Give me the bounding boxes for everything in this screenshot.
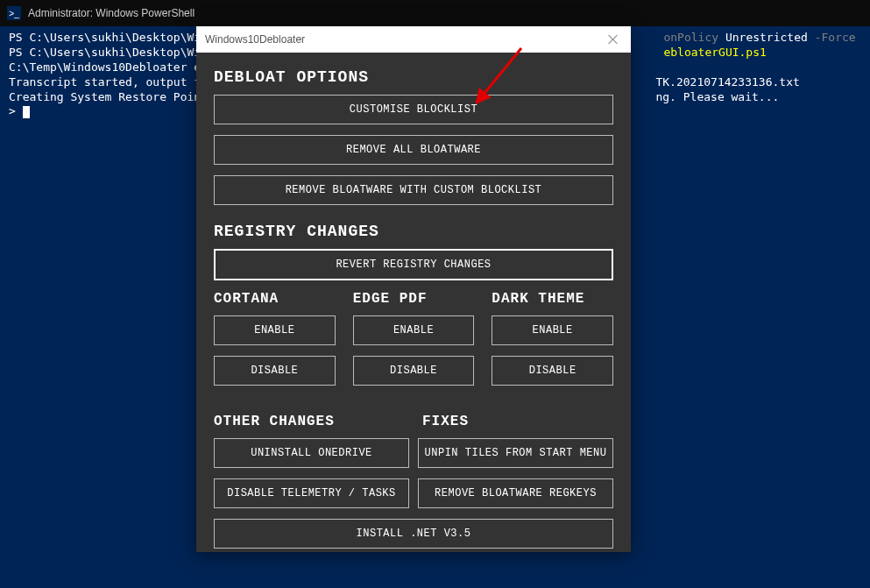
- powershell-title: Administrator: Windows PowerShell: [28, 7, 195, 19]
- dark-theme-enable-button[interactable]: ENABLE: [492, 315, 613, 345]
- install-net-button[interactable]: INSTALL .NET V3.5: [214, 519, 613, 549]
- fixes-title: FIXES: [422, 414, 613, 429]
- remove-regkeys-button[interactable]: REMOVE BLOATWARE REGKEYS: [418, 478, 613, 508]
- disable-telemetry-button[interactable]: DISABLE TELEMETRY / TASKS: [214, 478, 409, 508]
- powershell-icon: >_: [7, 6, 21, 20]
- remove-all-bloatware-button[interactable]: REMOVE ALL BLOATWARE: [214, 135, 613, 165]
- powershell-titlebar[interactable]: >_ Administrator: Windows PowerShell: [0, 0, 870, 26]
- dark-theme-column: DARK THEME ENABLE DISABLE: [492, 291, 613, 396]
- cursor: [23, 106, 30, 118]
- debloater-title: Windows10Debloater: [205, 33, 305, 46]
- close-icon[interactable]: [605, 31, 622, 48]
- edge-pdf-enable-button[interactable]: ENABLE: [353, 315, 475, 345]
- debloat-options-title: DEBLOAT OPTIONS: [214, 68, 613, 86]
- debloater-titlebar[interactable]: Windows10Debloater: [196, 26, 631, 53]
- cortana-disable-button[interactable]: DISABLE: [214, 356, 336, 386]
- debloater-body: DEBLOAT OPTIONS CUSTOMISE BLOCKLIST REMO…: [196, 53, 631, 552]
- edge-pdf-title: EDGE PDF: [353, 291, 475, 307]
- other-changes-title: OTHER CHANGES: [214, 414, 405, 429]
- cortana-title: CORTANA: [214, 291, 336, 307]
- uninstall-onedrive-button[interactable]: UNINSTALL ONEDRIVE: [214, 438, 409, 468]
- dark-theme-disable-button[interactable]: DISABLE: [492, 356, 613, 386]
- cortana-column: CORTANA ENABLE DISABLE: [214, 291, 336, 396]
- revert-registry-button[interactable]: REVERT REGISTRY CHANGES: [214, 249, 613, 280]
- customise-blocklist-button[interactable]: CUSTOMISE BLOCKLIST: [214, 95, 613, 124]
- edge-pdf-disable-button[interactable]: DISABLE: [353, 356, 475, 386]
- debloater-window: Windows10Debloater DEBLOAT OPTIONS CUSTO…: [196, 26, 631, 552]
- dark-theme-title: DARK THEME: [492, 291, 613, 307]
- unpin-tiles-button[interactable]: UNPIN TILES FROM START MENU: [418, 438, 613, 468]
- remove-bloatware-custom-button[interactable]: REMOVE BLOATWARE WITH CUSTOM BLOCKLIST: [214, 175, 613, 205]
- edge-pdf-column: EDGE PDF ENABLE DISABLE: [353, 291, 475, 396]
- cortana-enable-button[interactable]: ENABLE: [214, 315, 336, 345]
- registry-changes-title: REGISTRY CHANGES: [214, 223, 613, 240]
